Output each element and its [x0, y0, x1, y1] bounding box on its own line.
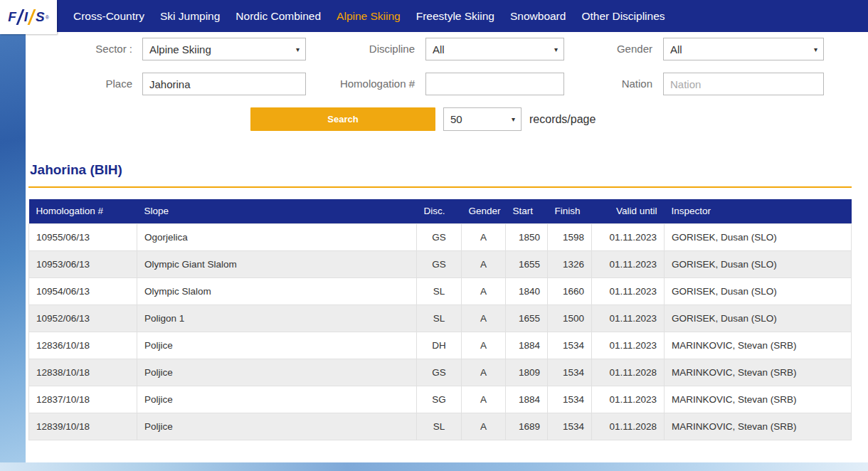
records-per-page-value: 50	[450, 113, 462, 125]
cell-disc: DH	[417, 332, 462, 359]
cell-homologation: 10954/06/13	[29, 277, 137, 305]
cell-gender: A	[462, 413, 506, 440]
sector-select-value: Alpine Skiing	[149, 43, 211, 55]
cell-valid-until: 01.11.2023	[592, 305, 665, 332]
cell-finish: 1598	[548, 223, 592, 250]
nav-item-ski-jumping[interactable]: Ski Jumping	[152, 10, 228, 23]
column-header-disc: Disc.	[417, 199, 462, 223]
nav-item-other-disciplines[interactable]: Other Disciplines	[573, 10, 672, 23]
cell-disc: GS	[417, 250, 462, 277]
chevron-down-icon: ▾	[296, 46, 300, 53]
fis-logo-letter-i: I	[24, 9, 28, 25]
nation-input[interactable]	[663, 73, 824, 95]
cell-start: 1840	[506, 277, 548, 305]
cell-slope: Ogorjelica	[137, 223, 417, 250]
chevron-down-icon: ▾	[814, 46, 817, 53]
cell-valid-until: 01.11.2028	[592, 413, 665, 440]
results-table: Homologation # Slope Disc. Gender Start …	[28, 199, 852, 440]
cell-disc: GS	[417, 359, 462, 386]
fis-logo[interactable]: F I S ®	[0, 0, 57, 34]
main-content: Sector : Alpine Skiing ▾ Discipline All …	[26, 32, 868, 462]
cell-start: 1809	[506, 359, 548, 386]
nav-item-cross-country[interactable]: Cross-Country	[65, 10, 152, 23]
cell-gender: A	[462, 250, 506, 277]
cell-gender: A	[462, 223, 506, 250]
cell-finish: 1534	[548, 332, 592, 359]
sector-label: Sector :	[26, 38, 132, 60]
fis-logo-letter-s: S	[36, 9, 45, 25]
nav-item-snowboard[interactable]: Snowboard	[502, 10, 573, 23]
cell-homologation: 12837/10/18	[29, 386, 137, 413]
cell-start: 1850	[506, 223, 548, 250]
homologation-label: Homologation #	[308, 73, 415, 95]
records-per-page-label: records/page	[529, 107, 596, 131]
nav-item-nordic-combined[interactable]: Nordic Combined	[228, 10, 329, 23]
cell-inspector: MARINKOVIC, Stevan (SRB)	[665, 386, 852, 413]
cell-gender: A	[462, 386, 506, 413]
cell-slope: Poljice	[137, 359, 417, 386]
fis-logo-slash-icon	[16, 9, 24, 25]
cell-inspector: GORISEK, Dusan (SLO)	[665, 305, 852, 332]
cell-start: 1655	[506, 305, 548, 332]
cell-homologation: 10955/06/13	[29, 223, 137, 250]
cell-valid-until: 01.11.2023	[592, 386, 665, 413]
cell-valid-until: 01.11.2023	[592, 332, 665, 359]
place-label: Place	[26, 73, 132, 95]
cell-valid-until: 01.11.2023	[592, 223, 665, 250]
cell-inspector: MARINKOVIC, Stevan (SRB)	[665, 332, 852, 359]
cell-homologation: 10953/06/13	[29, 250, 137, 277]
cell-homologation: 12839/10/18	[29, 413, 137, 440]
cell-inspector: MARINKOVIC, Stevan (SRB)	[665, 413, 852, 440]
table-row: 12838/10/18 Poljice GS A 1809 1534 01.11…	[29, 359, 852, 386]
table-row: 10952/06/13 Poligon 1 SL A 1655 1500 01.…	[29, 305, 852, 332]
cell-disc: SG	[417, 386, 462, 413]
sector-select[interactable]: Alpine Skiing ▾	[142, 38, 306, 60]
cell-gender: A	[462, 332, 506, 359]
cell-slope: Olympic Slalom	[137, 277, 417, 305]
homologation-input[interactable]	[425, 73, 564, 95]
table-row: 12837/10/18 Poljice SG A 1884 1534 01.11…	[29, 386, 852, 413]
place-input[interactable]	[142, 73, 306, 95]
desktop-background-left	[0, 0, 26, 471]
cell-disc: SL	[417, 277, 462, 305]
nation-label: Nation	[546, 73, 652, 95]
cell-inspector: MARINKOVIC, Stevan (SRB)	[665, 359, 852, 386]
cell-start: 1884	[506, 386, 548, 413]
fis-logo-letter-f: F	[8, 9, 16, 25]
table-row: 12839/10/18 Poljice SL A 1689 1534 01.11…	[29, 413, 852, 440]
cell-valid-until: 01.11.2023	[592, 277, 665, 305]
cell-inspector: GORISEK, Dusan (SLO)	[665, 277, 852, 305]
gender-select-value: All	[670, 43, 682, 55]
cell-finish: 1534	[548, 386, 592, 413]
records-per-page-select[interactable]: 50 ▾	[443, 107, 522, 131]
results-heading: Jahorina (BIH)	[28, 162, 852, 188]
cell-slope: Poligon 1	[137, 305, 417, 332]
cell-disc: SL	[417, 305, 462, 332]
cell-finish: 1534	[548, 413, 592, 440]
cell-start: 1689	[506, 413, 548, 440]
column-header-valid-until: Valid until	[592, 199, 665, 223]
cell-valid-until: 01.11.2028	[592, 359, 665, 386]
table-row: 10953/06/13 Olympic Giant Slalom GS A 16…	[29, 250, 852, 277]
cell-gender: A	[462, 305, 506, 332]
cell-slope: Olympic Giant Slalom	[137, 250, 417, 277]
nav-item-freestyle-skiing[interactable]: Freestyle Skiing	[408, 10, 502, 23]
nav-item-alpine-skiing[interactable]: Alpine Skiing	[329, 10, 408, 23]
gender-label: Gender	[546, 38, 652, 60]
table-row: 10955/06/13 Ogorjelica GS A 1850 1598 01…	[29, 223, 852, 250]
cell-slope: Poljice	[137, 332, 417, 359]
table-row: 12836/10/18 Poljice DH A 1884 1534 01.11…	[29, 332, 852, 359]
cell-homologation: 12838/10/18	[29, 359, 137, 386]
column-header-homologation: Homologation #	[29, 199, 137, 223]
registered-mark: ®	[46, 15, 49, 20]
cell-finish: 1660	[548, 277, 592, 305]
cell-start: 1884	[506, 332, 548, 359]
column-header-inspector: Inspector	[665, 199, 852, 223]
discipline-select-value: All	[433, 43, 445, 55]
gender-select[interactable]: All ▾	[663, 38, 824, 60]
discipline-select[interactable]: All ▾	[425, 38, 564, 60]
cell-homologation: 10952/06/13	[29, 305, 137, 332]
fis-logo-slash-gold-icon	[28, 9, 36, 25]
table-row: 10954/06/13 Olympic Slalom SL A 1840 166…	[29, 277, 852, 305]
search-button[interactable]: Search	[250, 107, 435, 131]
